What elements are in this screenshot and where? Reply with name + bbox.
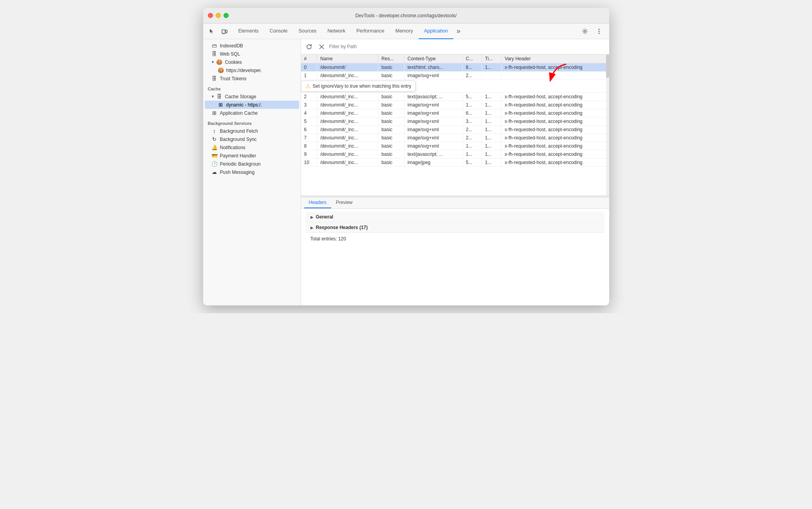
tab-bar: Elements Console Sources Network Perform… (203, 23, 609, 39)
indexeddb-icon: 🗃 (211, 43, 218, 49)
sidebar: 🗃 IndexedDB 🗄 Web SQL ▼ 🍪 Cookies 🍪 http… (203, 39, 301, 305)
col-vary: Vary Header (502, 54, 609, 63)
traffic-lights (208, 13, 229, 18)
response-triangle-icon: ▶ (310, 226, 314, 230)
col-c: C... (462, 54, 482, 63)
table-row[interactable]: 10/devsummit/_inc...basicimage/jpeg5...1… (301, 159, 609, 167)
payment-handler-icon: 💳 (211, 153, 218, 159)
col-res: Res... (378, 54, 404, 63)
warning-icon: ⚠ (305, 83, 310, 89)
table-row[interactable]: 4/devsummit/_inc...basicimage/svg+xml6..… (301, 109, 609, 117)
sidebar-item-trust-tokens[interactable]: 🗄 Trust Tokens (205, 74, 299, 83)
col-name: Name (317, 54, 378, 63)
app-cache-icon: ⊞ (211, 110, 218, 116)
table-row[interactable]: 2/devsummit/_inc...basictext/javascript;… (301, 93, 609, 101)
bottom-panel: Headers Preview ▶ General ▶ Response Hea… (301, 197, 609, 275)
table-row[interactable]: 1/devsummit/_inc...basicimage/svg+xml2..… (301, 72, 609, 80)
tab-performance[interactable]: Performance (351, 23, 390, 39)
tab-console[interactable]: Console (264, 23, 293, 39)
general-triangle-icon: ▶ (310, 215, 314, 219)
table-row[interactable]: 8/devsummit/_inc...basicimage/svg+xml1..… (301, 142, 609, 150)
tab-network[interactable]: Network (322, 23, 351, 39)
bottom-tabs: Headers Preview (301, 197, 609, 209)
minimize-button[interactable] (216, 13, 221, 18)
table-row[interactable]: 9/devsummit/_inc...basictext/javascript;… (301, 150, 609, 159)
sidebar-item-cookie-origin[interactable]: 🍪 https://developer. (205, 66, 299, 74)
maximize-button[interactable] (224, 13, 229, 18)
sidebar-item-dynamic-cache[interactable]: ⊞ dynamic - https:/. (205, 101, 299, 109)
notifications-icon: 🔔 (211, 144, 218, 150)
table-header-row: # Name Res... Content-Type C... Ti... Va… (301, 54, 609, 63)
sidebar-item-notifications[interactable]: 🔔 Notifications (205, 143, 299, 152)
sidebar-item-periodic-background[interactable]: 🕐 Periodic Backgroun (205, 160, 299, 168)
svg-point-5 (598, 31, 599, 32)
response-headers-section[interactable]: ▶ Response Headers (17) (306, 222, 604, 233)
svg-point-4 (598, 29, 599, 30)
scrollbar-thumb[interactable] (606, 54, 609, 78)
dynamic-cache-icon: ⊞ (217, 102, 224, 108)
table-row[interactable]: 5/devsummit/_inc...basicimage/svg+xml3..… (301, 117, 609, 126)
sidebar-item-payment-handler[interactable]: 💳 Payment Handler (205, 152, 299, 160)
table-row[interactable]: 0/devsummit/basictext/html; chars...8...… (301, 63, 609, 72)
tooltip-row: ⚠Set ignoreVary to true when matching th… (301, 80, 609, 93)
svg-point-6 (598, 32, 599, 34)
tab-headers[interactable]: Headers (304, 197, 331, 208)
cookies-icon: 🍪 (216, 59, 223, 65)
filter-bar (301, 39, 609, 54)
settings-button[interactable] (579, 26, 590, 37)
tab-application[interactable]: Application (419, 23, 453, 39)
window-title: DevTools - developer.chrome.com/tags/dev… (355, 13, 457, 18)
sidebar-item-cookies[interactable]: ▼ 🍪 Cookies (205, 58, 299, 66)
title-bar: DevTools - developer.chrome.com/tags/dev… (203, 8, 609, 23)
close-button[interactable] (208, 13, 213, 18)
vary-tooltip: ⚠Set ignoreVary to true when matching th… (301, 81, 416, 92)
websql-icon: 🗄 (211, 51, 218, 57)
svg-point-3 (584, 30, 586, 32)
col-num: # (301, 54, 317, 63)
trust-tokens-icon: 🗄 (211, 76, 218, 81)
tab-preview[interactable]: Preview (331, 197, 357, 208)
sidebar-item-background-sync[interactable]: ↻ Background Sync (205, 135, 299, 143)
col-content-type: Content-Type (404, 54, 462, 63)
tab-memory[interactable]: Memory (390, 23, 419, 39)
cache-triangle-icon: ▼ (211, 94, 215, 99)
tooltip-text: Set ignoreVary to true when matching thi… (313, 83, 411, 89)
cookie-origin-icon: 🍪 (217, 67, 224, 73)
content-panel: # Name Res... Content-Type C... Ti... Va… (301, 39, 609, 305)
tab-more-button[interactable]: » (453, 23, 464, 39)
main-area: 🗃 IndexedDB 🗄 Web SQL ▼ 🍪 Cookies 🍪 http… (203, 39, 609, 305)
general-section[interactable]: ▶ General (306, 212, 604, 222)
filter-input[interactable] (329, 44, 606, 49)
periodic-bg-icon: 🕐 (211, 161, 218, 167)
clear-button[interactable] (317, 42, 327, 52)
tab-sources[interactable]: Sources (293, 23, 322, 39)
sidebar-item-cache-storage[interactable]: ▼ 🗄 Cache Storage (205, 92, 299, 101)
table-area: # Name Res... Content-Type C... Ti... Va… (301, 54, 609, 195)
sidebar-item-websql[interactable]: 🗄 Web SQL (205, 50, 299, 58)
tab-elements[interactable]: Elements (233, 23, 264, 39)
more-options-button[interactable] (594, 26, 604, 37)
device-toolbar-button[interactable] (219, 26, 230, 37)
sidebar-item-application-cache[interactable]: ⊞ Application Cache (205, 109, 299, 117)
sidebar-item-indexeddb[interactable]: 🗃 IndexedDB (205, 42, 299, 50)
svg-rect-1 (226, 30, 227, 33)
table-row[interactable]: 7/devsummit/_inc...basicimage/svg+xml2..… (301, 134, 609, 142)
background-sync-icon: ↻ (211, 136, 218, 142)
triangle-icon: ▼ (211, 60, 215, 64)
refresh-button[interactable] (304, 42, 314, 52)
table-row[interactable]: 6/devsummit/_inc...basicimage/svg+xml2..… (301, 126, 609, 134)
scrollbar-track[interactable] (606, 54, 609, 195)
sidebar-item-push-messaging[interactable]: ☁ Push Messaging (205, 168, 299, 176)
cursor-tool-button[interactable] (206, 26, 217, 37)
bottom-content: ▶ General ▶ Response Headers (17) Total … (301, 209, 609, 275)
background-services-label: Background Services (203, 117, 301, 127)
tab-settings (579, 26, 606, 37)
table-row[interactable]: 3/devsummit/_inc...basicimage/svg+xml1..… (301, 101, 609, 109)
cache-table: # Name Res... Content-Type C... Ti... Va… (301, 54, 609, 167)
total-entries: Total entries: 120 (306, 233, 604, 245)
sidebar-item-background-fetch[interactable]: ↕ Background Fetch (205, 127, 299, 135)
push-messaging-icon: ☁ (211, 169, 218, 175)
devtools-window: DevTools - developer.chrome.com/tags/dev… (203, 8, 609, 305)
cache-storage-icon: 🗄 (216, 94, 223, 99)
col-ti: Ti... (482, 54, 501, 63)
